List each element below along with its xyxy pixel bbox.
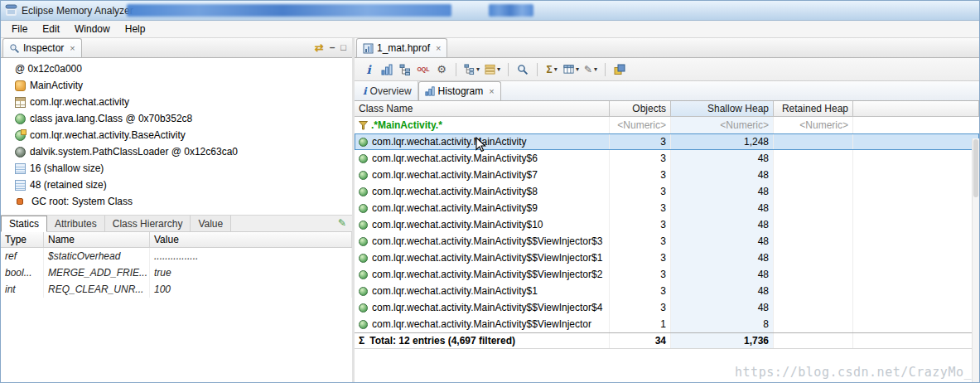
close-icon[interactable]: × <box>70 44 75 53</box>
statics-row[interactable]: bool... MERGE_ADD_FRIE... true <box>1 264 352 281</box>
tab-attributes[interactable]: Attributes <box>47 216 105 231</box>
shallow-heap-value: 48 <box>671 283 774 299</box>
class-name: com.lqr.wechat.activity.MainActivity$7 <box>372 169 538 181</box>
column-header-class-name[interactable]: Class Name <box>355 101 610 117</box>
type-cell: int <box>1 281 44 298</box>
statics-row[interactable]: int REQ_CLEAR_UNR... 100 <box>1 281 352 298</box>
value-cell: 100 <box>150 281 352 298</box>
sync-icon[interactable]: ⇄ <box>315 41 324 54</box>
search-icon[interactable] <box>514 61 531 78</box>
vertical-scrollbar[interactable] <box>972 138 979 382</box>
histogram-tab-label: Histogram <box>438 85 484 97</box>
scrollbar-thumb[interactable] <box>973 139 978 197</box>
close-icon[interactable]: × <box>489 87 494 96</box>
class-name: com.lqr.wechat.activity.MainActivity$$Vi… <box>372 318 591 330</box>
column-header-value[interactable]: Value <box>150 232 352 247</box>
window-title: Eclipse Memory Analyzer <box>22 5 133 17</box>
settings-gear-icon[interactable]: ⚙ <box>433 61 450 78</box>
menu-file[interactable]: File <box>4 22 35 36</box>
tab-histogram[interactable]: Histogram × <box>418 81 501 100</box>
objects-filter[interactable]: <Numeric> <box>610 117 671 133</box>
grouping-dropdown-icon[interactable]: ▾ <box>483 61 502 78</box>
tab-statics[interactable]: Statics <box>1 216 47 232</box>
inspector-tree-item[interactable]: 16 (shallow size) <box>1 160 352 177</box>
shallow-heap-filter[interactable]: <Numeric> <box>671 117 774 133</box>
customize-columns-icon[interactable]: ▾ <box>562 61 581 78</box>
total-objects: 34 <box>610 333 671 348</box>
edit-pencil-icon[interactable]: ✎ <box>338 217 346 229</box>
histogram-row-selected[interactable]: com.lqr.wechat.activity.MainActivity 3 1… <box>355 133 979 150</box>
inspector-tree-item[interactable]: MainActivity <box>1 77 352 94</box>
inspector-tree-item[interactable]: @ 0x12c0a000 <box>1 61 352 77</box>
name-cell: $staticOverhead <box>44 248 150 264</box>
tab-overview[interactable]: i Overview <box>357 81 418 100</box>
class-name-filter[interactable]: .*MainActivity.* <box>371 119 442 131</box>
class-icon <box>359 287 368 296</box>
histogram-row[interactable]: com.lqr.wechat.activity.MainActivity$7 3… <box>355 167 979 183</box>
histogram-row[interactable]: com.lqr.wechat.activity.MainActivity$$Vi… <box>355 316 979 332</box>
inspector-tree-item[interactable]: dalvik.system.PathClassLoader @ 0x12c63c… <box>1 143 352 160</box>
tab-value[interactable]: Value <box>191 216 231 231</box>
retained-heap-filter[interactable]: <Numeric> <box>774 117 853 133</box>
inspector-tree-item[interactable]: com.lqr.wechat.activity.BaseActivity <box>1 127 352 143</box>
histogram-row[interactable]: com.lqr.wechat.activity.MainActivity$$Vi… <box>355 299 979 316</box>
menu-edit[interactable]: Edit <box>35 22 67 36</box>
class-name: com.lqr.wechat.activity.MainActivity$$Vi… <box>372 269 602 280</box>
inspector-tree-item[interactable]: GC root: System Class <box>1 193 352 210</box>
menu-window[interactable]: Window <box>67 22 118 36</box>
column-header-objects[interactable]: Objects <box>610 101 671 117</box>
histogram-row[interactable]: com.lqr.wechat.activity.MainActivity$9 3… <box>355 200 979 216</box>
maximize-icon[interactable]: □ <box>340 42 346 52</box>
inspector-tree-item[interactable]: 48 (retained size) <box>1 177 352 193</box>
tab-class-hierarchy[interactable]: Class Hierarchy <box>105 216 191 231</box>
class-name: com.lqr.wechat.activity.MainActivity$9 <box>372 202 538 214</box>
oql-icon[interactable]: OQL <box>415 61 432 78</box>
column-header-name[interactable]: Name <box>44 232 150 247</box>
histogram-row[interactable]: com.lqr.wechat.activity.MainActivity$6 3… <box>355 150 979 167</box>
histogram-row[interactable]: com.lqr.wechat.activity.MainActivity$1 3… <box>355 283 979 299</box>
retained-heap-value <box>774 167 853 183</box>
histogram-row[interactable]: com.lqr.wechat.activity.MainActivity$$Vi… <box>355 250 979 266</box>
title-bar: Eclipse Memory Analyzer <box>1 1 979 21</box>
histogram-row[interactable]: com.lqr.wechat.activity.MainActivity$10 … <box>355 216 979 233</box>
column-header-retained-heap[interactable]: Retained Heap <box>774 101 853 117</box>
histogram-row[interactable]: com.lqr.wechat.activity.MainActivity$8 3… <box>355 183 979 200</box>
class-name: com.lqr.wechat.activity.MainActivity$6 <box>372 153 538 164</box>
column-header-type[interactable]: Type <box>1 232 44 247</box>
menu-help[interactable]: Help <box>118 22 153 36</box>
retained-heap-value <box>774 266 853 283</box>
minimize-icon[interactable]: – <box>330 41 336 53</box>
class-icon <box>359 303 368 313</box>
calculate-retained-sizes-icon[interactable]: Σ▾ <box>543 61 560 78</box>
export-icon[interactable]: ✎▾ <box>582 61 599 78</box>
dominator-tree-icon[interactable] <box>397 61 413 78</box>
editor-panel: 1_mat.hprof × i OQL ⚙ ▾ <box>355 38 979 382</box>
objects-value: 3 <box>610 167 671 183</box>
class-icon <box>359 270 368 279</box>
objects-value: 3 <box>610 299 671 316</box>
shallow-heap-value: 48 <box>671 150 774 167</box>
histogram-icon[interactable] <box>379 61 395 78</box>
tree-item-label: @ 0x12c0a000 <box>15 63 82 75</box>
inspector-tree-item[interactable]: class java.lang.Class @ 0x70b352c8 <box>1 110 352 127</box>
filter-row-icon <box>359 121 368 130</box>
redacted-text <box>127 4 451 17</box>
inspector-tree-item[interactable]: com.lqr.wechat.activity <box>1 94 352 110</box>
chevron-down-icon: ▾ <box>476 65 480 73</box>
compare-icon[interactable] <box>611 61 628 78</box>
histogram-row[interactable]: com.lqr.wechat.activity.MainActivity$$Vi… <box>355 266 979 283</box>
tab-hprof-editor[interactable]: 1_mat.hprof × <box>356 38 447 57</box>
histogram-row[interactable]: com.lqr.wechat.activity.MainActivity$$Vi… <box>355 233 979 250</box>
inspector-panel: Inspector × ⇄ – □ @ 0x12c0a000 MainActiv… <box>1 38 355 382</box>
inspector-detail-tabs: Statics Attributes Class Hierarchy Value… <box>1 215 352 232</box>
mouse-cursor <box>476 137 486 153</box>
column-header-shallow-heap[interactable]: Shallow Heap <box>671 101 774 117</box>
statics-row[interactable]: ref $staticOverhead ................ <box>1 248 352 264</box>
tree-dropdown-icon[interactable]: ▾ <box>462 61 481 78</box>
info-icon[interactable]: i <box>360 61 377 78</box>
inspector-empty-area <box>1 298 352 382</box>
tab-label: Class Hierarchy <box>113 218 183 230</box>
close-icon[interactable]: × <box>436 44 441 53</box>
retained-heap-value <box>774 200 853 216</box>
tab-inspector[interactable]: Inspector × <box>2 38 82 57</box>
